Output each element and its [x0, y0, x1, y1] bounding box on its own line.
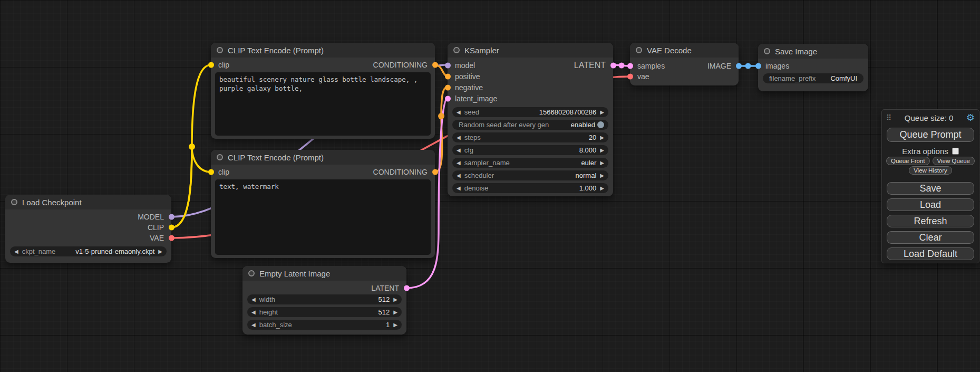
node-ksampler[interactable]: KSampler model positive negative latent_…	[448, 43, 613, 196]
output-slot-latent: LATENT	[574, 60, 613, 71]
node-collapse-dot[interactable]	[453, 47, 460, 53]
random-seed-toggle-widget[interactable]: Random seed after every gen enabled	[452, 120, 608, 130]
queue-front-button[interactable]: Queue Front	[886, 157, 930, 165]
node-collapse-dot[interactable]	[636, 47, 642, 53]
load-button[interactable]: Load	[887, 198, 974, 211]
arrow-right-icon[interactable]: ▶	[393, 310, 397, 315]
arrow-left-icon[interactable]: ◀	[457, 160, 461, 166]
clip-input-port[interactable]	[208, 169, 214, 175]
prompt-textarea[interactable]: text, watermark	[215, 179, 431, 255]
vae-output-port[interactable]	[169, 235, 174, 241]
load-default-button[interactable]: Load Default	[887, 247, 974, 260]
link-midpoint-dot[interactable]	[438, 113, 444, 119]
node-title-bar[interactable]: CLIP Text Encode (Prompt)	[211, 150, 435, 165]
vae-input-port[interactable]	[627, 74, 633, 80]
input-slot-positive: positive	[448, 71, 613, 82]
queue-prompt-button[interactable]: Queue Prompt	[887, 128, 974, 142]
node-collapse-dot[interactable]	[217, 154, 223, 160]
negative-input-port[interactable]	[445, 84, 451, 90]
ckpt-name-widget[interactable]: ◀ ckpt_name v1-5-pruned-emaonly.ckpt ▶	[10, 246, 167, 256]
refresh-button[interactable]: Refresh	[887, 215, 974, 227]
view-queue-button[interactable]: View Queue	[933, 157, 975, 165]
arrow-left-icon[interactable]: ◀	[14, 249, 18, 254]
latent-image-input-port[interactable]	[445, 96, 451, 101]
node-clip-text-encode-positive[interactable]: CLIP Text Encode (Prompt) clip CONDITION…	[211, 43, 435, 139]
steps-widget[interactable]: ◀ steps 20 ▶	[452, 132, 608, 142]
arrow-right-icon[interactable]: ▶	[393, 322, 397, 328]
node-load-checkpoint[interactable]: Load Checkpoint MODEL CLIP VAE ◀ ckpt_na…	[5, 195, 171, 263]
node-title-bar[interactable]: VAE Decode	[630, 43, 739, 58]
conditioning-output-port[interactable]	[432, 62, 438, 68]
node-collapse-dot[interactable]	[764, 48, 770, 54]
height-widget[interactable]: ◀ height 512 ▶	[247, 307, 402, 317]
samples-input-port[interactable]	[627, 63, 633, 69]
arrow-right-icon[interactable]: ▶	[393, 297, 397, 302]
images-input-port[interactable]	[755, 63, 761, 69]
node-title-bar[interactable]: Save Image	[758, 44, 868, 59]
arrow-right-icon[interactable]: ▶	[600, 148, 604, 153]
denoise-widget[interactable]: ◀ denoise 1.000 ▶	[452, 183, 608, 193]
cfg-widget[interactable]: ◀ cfg 8.000 ▶	[452, 145, 608, 155]
node-title: VAE Decode	[647, 46, 692, 55]
comfy-menu-panel[interactable]: ⠿ Queue size: 0 ⚙ Queue Prompt Extra opt…	[881, 109, 979, 263]
seed-widget[interactable]: ◀ seed 156680208700286 ▶	[452, 107, 608, 117]
positive-input-port[interactable]	[445, 73, 451, 79]
node-collapse-dot[interactable]	[11, 199, 17, 205]
arrow-left-icon[interactable]: ◀	[251, 310, 256, 315]
model-output-port[interactable]	[169, 214, 174, 220]
node-clip-text-encode-negative[interactable]: CLIP Text Encode (Prompt) clip CONDITION…	[211, 150, 435, 258]
node-title-bar[interactable]: CLIP Text Encode (Prompt)	[211, 43, 435, 58]
clip-input-port[interactable]	[208, 62, 214, 68]
scheduler-widget[interactable]: ◀ scheduler normal ▶	[452, 170, 608, 180]
node-graph-canvas[interactable]: Load Checkpoint MODEL CLIP VAE ◀ ckpt_na…	[0, 0, 980, 372]
prompt-textarea[interactable]: beautiful scenery nature glass bottle la…	[215, 72, 431, 136]
widget-value: ComfyUI	[830, 74, 857, 82]
arrow-left-icon[interactable]: ◀	[457, 135, 461, 140]
model-input-port[interactable]	[445, 62, 451, 68]
clip-output-port[interactable]	[169, 225, 174, 231]
width-widget[interactable]: ◀ width 512 ▶	[247, 294, 402, 304]
node-title: Empty Latent Image	[259, 269, 330, 278]
arrow-left-icon[interactable]: ◀	[457, 173, 461, 178]
arrow-left-icon[interactable]: ◀	[251, 322, 256, 328]
arrow-right-icon[interactable]: ▶	[600, 173, 604, 178]
arrow-left-icon[interactable]: ◀	[457, 110, 461, 115]
latent-output-port[interactable]	[610, 62, 616, 68]
extra-options-checkbox[interactable]	[952, 148, 959, 155]
node-collapse-dot[interactable]	[217, 47, 223, 53]
arrow-left-icon[interactable]: ◀	[251, 297, 256, 302]
arrow-right-icon[interactable]: ▶	[600, 186, 604, 191]
clear-button[interactable]: Clear	[887, 231, 974, 244]
node-vae-decode[interactable]: VAE Decode samples IMAGE vae	[630, 43, 739, 85]
node-title-bar[interactable]: KSampler	[448, 43, 613, 58]
save-button[interactable]: Save	[887, 182, 974, 195]
arrow-left-icon[interactable]: ◀	[457, 186, 461, 191]
node-title-bar[interactable]: Empty Latent Image	[242, 266, 406, 281]
link-midpoint-dot[interactable]	[619, 63, 625, 69]
view-history-button[interactable]: View History	[909, 166, 952, 175]
toggle-knob[interactable]	[597, 121, 604, 128]
node-empty-latent-image[interactable]: Empty Latent Image LATENT ◀ width 512 ▶ …	[242, 266, 406, 335]
latent-output-port[interactable]	[404, 285, 410, 291]
link-midpoint-dot[interactable]	[745, 63, 751, 69]
arrow-right-icon[interactable]: ▶	[158, 249, 162, 254]
node-save-image[interactable]: Save Image images filename_prefix ComfyU…	[758, 44, 868, 91]
conditioning-output-port[interactable]	[432, 169, 438, 175]
drag-handle-icon[interactable]: ⠿	[886, 113, 891, 122]
node-collapse-dot[interactable]	[248, 270, 255, 276]
arrow-right-icon[interactable]: ▶	[600, 160, 604, 166]
sampler-name-widget[interactable]: ◀ sampler_name euler ▶	[452, 158, 608, 168]
image-output-port[interactable]	[736, 63, 742, 69]
arrow-right-icon[interactable]: ▶	[600, 135, 604, 140]
widget-value: enabled	[571, 121, 595, 129]
link-midpoint-dot[interactable]	[189, 144, 195, 150]
link-clip-to-negative	[171, 147, 211, 227]
batch-size-widget[interactable]: ◀ batch_size 1 ▶	[247, 320, 402, 330]
widget-label: filename_prefix	[769, 74, 816, 82]
settings-gear-icon[interactable]: ⚙	[966, 112, 975, 123]
filename-prefix-widget[interactable]: filename_prefix ComfyUI	[763, 73, 863, 83]
arrow-left-icon[interactable]: ◀	[457, 148, 461, 153]
arrow-right-icon[interactable]: ▶	[600, 110, 604, 115]
node-title-bar[interactable]: Load Checkpoint	[5, 195, 171, 209]
output-slot-model: MODEL	[5, 212, 171, 222]
